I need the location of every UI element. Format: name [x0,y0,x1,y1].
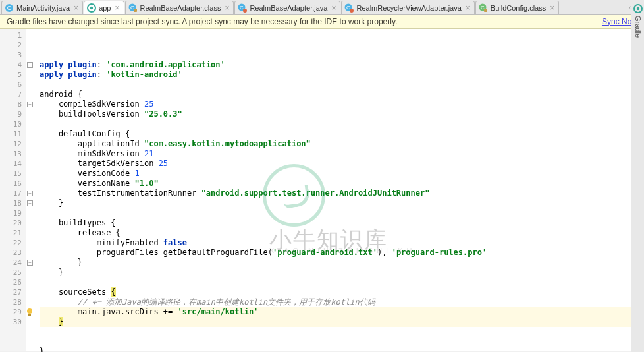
tab-label: RealmRecyclerViewAdapter.java [356,4,461,12]
tab-label: app [99,4,111,12]
fold-toggle[interactable]: − [27,191,33,196]
sync-banner: Gradle files have changed since last pro… [0,15,644,29]
svg-rect-17 [28,314,31,316]
fold-gutter[interactable]: −−−−− [26,29,34,351]
intention-bulb-icon[interactable] [25,307,34,316]
tab-label: RealmBaseAdapter.java [250,4,327,12]
close-icon[interactable]: × [549,3,556,13]
editor-tab[interactable]: CRealmRecyclerViewAdapter.java× [341,1,474,14]
tab-label: RealmBaseAdapter.class [140,4,221,12]
editor-tab[interactable]: CRealmBaseAdapter.java× [234,1,340,14]
code-editor[interactable]: 1234567891011121314151617181920212223242… [0,29,644,351]
svg-text:C: C [347,5,351,11]
svg-text:C: C [240,5,244,11]
svg-point-12 [350,9,354,13]
svg-text:C: C [7,5,12,11]
gradle-icon [633,4,643,13]
svg-rect-6 [134,9,137,12]
tab-label: MainActivity.java [16,4,70,12]
editor-tabbar: CMainActivity.java×app×CRealmBaseAdapter… [0,0,644,15]
editor-tab[interactable]: CMainActivity.java× [1,1,83,14]
banner-message: Gradle files have changed since last pro… [7,17,602,26]
fold-toggle[interactable]: − [27,62,33,68]
svg-point-3 [90,6,93,9]
fold-toggle[interactable]: − [27,260,33,266]
close-icon[interactable]: × [464,3,471,13]
close-icon[interactable]: × [330,3,337,13]
editor-tab[interactable]: CRealmBaseAdapter.class× [125,1,234,14]
gradle-tool-label: Gradle [634,16,642,38]
fold-toggle[interactable]: − [27,200,33,206]
svg-rect-15 [484,9,487,12]
close-icon[interactable]: × [72,3,80,13]
svg-point-16 [27,308,32,314]
close-icon[interactable]: × [223,3,230,13]
close-icon[interactable]: × [113,3,121,13]
svg-point-9 [243,9,247,13]
editor-tab[interactable]: CBuildConfig.class× [475,1,559,14]
svg-point-19 [636,7,639,10]
fold-toggle[interactable]: − [27,102,33,107]
editor-tab[interactable]: app× [84,1,124,14]
right-tool-window-bar[interactable]: Gradle [631,0,644,352]
code-content[interactable]: 小牛知识库XIAO NIU ZHI SHI KU apply plugin: '… [34,29,636,351]
line-number-gutter: 1234567891011121314151617181920212223242… [0,29,26,351]
tab-label: BuildConfig.class [491,4,546,12]
